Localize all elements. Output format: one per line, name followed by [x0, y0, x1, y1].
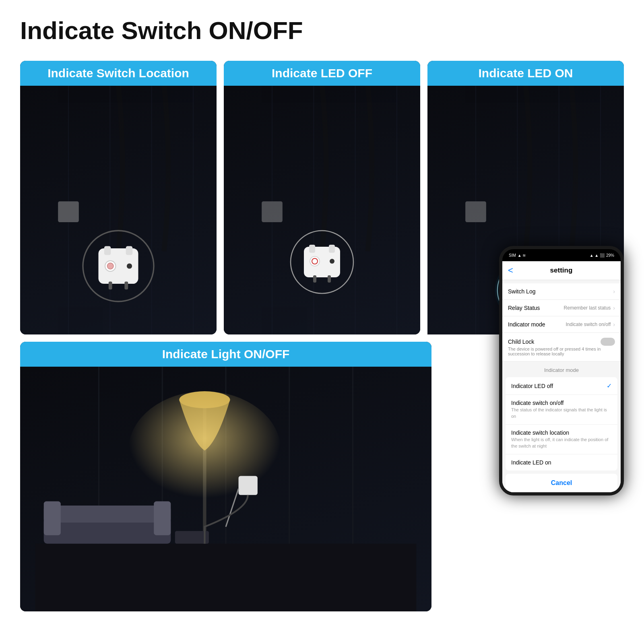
menu-item-switch-log[interactable]: Switch Log ›	[502, 283, 621, 300]
phone-carrier: SIM ▲ ≋	[509, 253, 526, 258]
card-led-off-content	[224, 61, 420, 334]
main-container: Indicate Switch ON/OFF Indicate Switch L…	[0, 0, 644, 644]
svg-rect-21	[309, 245, 315, 253]
scene-location	[20, 85, 217, 334]
modal-checkmark-led-off: ✓	[607, 382, 612, 390]
app-title: setting	[517, 266, 605, 275]
child-lock-label: Child Lock	[508, 339, 534, 345]
modal-option-led-on[interactable]: Indicate LED on	[506, 454, 617, 471]
app-back-button[interactable]: <	[508, 265, 513, 276]
scene-light-onoff	[20, 366, 431, 611]
chevron-indicator: ›	[613, 321, 615, 328]
switch-log-label: Switch Log	[508, 288, 535, 295]
indicator-mode-modal: Indicator mode Indicator LED off ✓ Ind	[502, 363, 621, 492]
svg-rect-53	[154, 502, 171, 535]
modal-option-switch-location-label: Indicate switch location	[511, 429, 612, 436]
card-led-on-label: Indicate LED ON	[427, 61, 624, 86]
card-light-onoff-content	[20, 342, 431, 611]
relay-status-label: Relay Status	[508, 305, 540, 311]
relay-status-value: Remember last status	[564, 305, 611, 311]
modal-cancel-button[interactable]: Cancel	[506, 474, 617, 492]
card-led-off-label: Indicate LED OFF	[224, 61, 420, 86]
modal-title: Indicator mode	[502, 363, 621, 377]
top-grid: Indicate Switch Location	[20, 61, 624, 334]
indicator-mode-value: Indicate switch on/off	[566, 322, 611, 327]
indicator-mode-label: Indicator mode	[508, 321, 545, 328]
svg-rect-51	[44, 506, 171, 522]
svg-rect-12	[124, 282, 128, 290]
phone-screen: < setting Switch Log › Relay Status	[502, 261, 621, 492]
app-menu-list: Switch Log › Relay Status Remember last …	[502, 283, 621, 361]
modal-option-switch-location-sub: When the light is off, it can indicate t…	[511, 437, 612, 449]
svg-point-10	[107, 263, 114, 269]
modal-option-led-on-label: Indicate LED on	[511, 459, 612, 466]
phone-notch	[540, 252, 576, 259]
svg-rect-11	[109, 282, 112, 290]
svg-rect-32	[465, 201, 486, 222]
right-column: Indicate LED ON	[427, 61, 624, 334]
menu-item-relay-status[interactable]: Relay Status Remember last status ›	[502, 300, 621, 316]
svg-rect-8	[126, 246, 133, 255]
modal-options-list: Indicator LED off ✓ Indicate switch on/o…	[506, 377, 617, 471]
svg-rect-22	[329, 245, 335, 253]
svg-rect-58	[239, 476, 258, 495]
svg-rect-25	[313, 275, 316, 283]
card-led-off: Indicate LED OFF	[224, 61, 420, 334]
card-light-onoff: Indicate Light ON/OFF	[20, 342, 431, 611]
page-title: Indicate Switch ON/OFF	[20, 16, 624, 45]
svg-rect-7	[104, 246, 111, 255]
phone-mockup: SIM ▲ ≋ ▲ ▲ ⬛ 29% < setting	[499, 246, 624, 495]
svg-rect-26	[328, 275, 331, 283]
svg-point-27	[330, 259, 334, 264]
chevron-relay: ›	[613, 305, 615, 311]
card-light-onoff-label: Indicate Light ON/OFF	[20, 342, 431, 367]
svg-rect-18	[262, 201, 283, 222]
svg-point-13	[127, 263, 132, 268]
modal-option-switch-onoff[interactable]: Indicate switch on/off The status of the…	[506, 395, 617, 425]
chevron-switch-log: ›	[613, 288, 615, 295]
svg-rect-44	[35, 544, 417, 611]
phone-wrapper: SIM ▲ ≋ ▲ ▲ ⬛ 29% < setting	[499, 246, 632, 495]
modal-option-switch-onoff-label: Indicate switch on/off	[511, 400, 612, 406]
phone-battery: ▲ ▲ ⬛ 29%	[590, 253, 614, 258]
svg-point-56	[128, 391, 281, 510]
child-lock-sublabel: The device is powered off or pressed 4 t…	[508, 347, 615, 356]
modal-option-switch-location[interactable]: Indicate switch location When the light …	[506, 425, 617, 454]
svg-rect-52	[44, 502, 61, 535]
svg-rect-4	[58, 201, 79, 222]
modal-option-led-off-label: Indicator LED off	[511, 383, 553, 389]
card-location-content	[20, 61, 217, 334]
modal-option-switch-onoff-sub: The status of the indicator signals that…	[511, 407, 612, 419]
app-header: < setting	[502, 261, 621, 280]
child-lock-toggle[interactable]	[601, 338, 615, 346]
room-scene-svg	[20, 366, 431, 611]
svg-point-23	[310, 256, 320, 266]
scene-led-off	[224, 85, 420, 334]
modal-option-led-off[interactable]: Indicator LED off ✓	[506, 377, 617, 395]
menu-item-child-lock: Child Lock The device is powered off or …	[502, 333, 621, 361]
card-location: Indicate Switch Location	[20, 61, 217, 334]
card-location-label: Indicate Switch Location	[20, 61, 217, 86]
plug-svg-1	[74, 222, 163, 310]
plug-svg-2	[282, 222, 362, 302]
menu-item-indicator-mode[interactable]: Indicator mode Indicate switch on/off ›	[502, 316, 621, 333]
phone-status-bar: SIM ▲ ≋ ▲ ▲ ⬛ 29%	[502, 249, 621, 261]
